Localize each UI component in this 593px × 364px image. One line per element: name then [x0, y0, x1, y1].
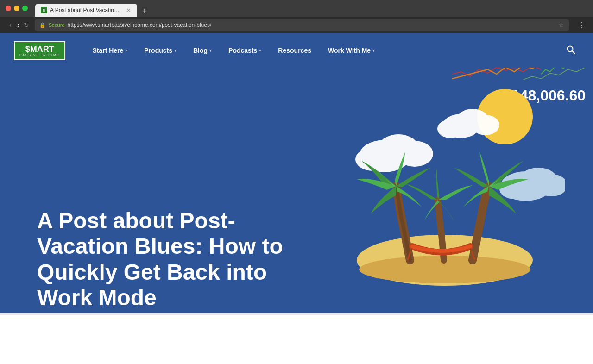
secure-label: Secure [49, 22, 65, 28]
hero-illustration [324, 75, 565, 288]
minimize-window-button[interactable] [14, 6, 19, 11]
active-tab[interactable]: S A Post about Post Vacation Bl... ✕ [35, 4, 137, 17]
traffic-lights [6, 6, 28, 11]
chevron-down-icon: ▾ [174, 48, 177, 53]
bookmark-icon[interactable]: ☆ [558, 21, 564, 29]
new-tab-button[interactable]: + [139, 6, 150, 17]
nav-item-podcasts[interactable]: Podcasts ▾ [220, 47, 270, 54]
close-window-button[interactable] [6, 6, 11, 11]
site-logo[interactable]: $MART PASSIVE INCOME [14, 41, 65, 60]
address-bar-row: ‹ › ↻ 🔒 Secure https://www.smartpassivei… [0, 17, 593, 33]
secure-icon: 🔒 [39, 22, 46, 28]
nav-item-work-with-me[interactable]: Work With Me ▾ [320, 47, 383, 54]
nav-item-products[interactable]: Products ▾ [136, 47, 185, 54]
back-button[interactable]: ‹ [7, 20, 13, 30]
svg-point-6 [355, 148, 391, 171]
hero-section: A Post about Post-Vacation Blues: How to… [37, 208, 324, 327]
browser-tabs: S A Post about Post Vacation Bl... ✕ + [35, 0, 150, 17]
chevron-down-icon: ▾ [125, 48, 127, 53]
browser-menu-icon[interactable]: ⋮ [578, 21, 586, 30]
url-text: https://www.smartpassiveincome.com/post-… [68, 22, 212, 28]
logo-text: $MART [19, 45, 60, 53]
footer-divider [0, 313, 593, 364]
search-icon[interactable] [562, 45, 579, 56]
nav-item-blog[interactable]: Blog ▾ [185, 47, 220, 54]
browser-nav-buttons: ‹ › ↻ [7, 20, 29, 30]
svg-line-1 [572, 51, 575, 54]
page-title: A Post about Post-Vacation Blues: How to… [37, 208, 324, 310]
refresh-button[interactable]: ↻ [24, 21, 29, 29]
chevron-down-icon: ▾ [372, 48, 375, 53]
nav-menu: Start Here ▾ Products ▾ Blog ▾ Podcasts … [84, 47, 562, 54]
tab-title: A Post about Post Vacation Bl... [50, 7, 122, 13]
url-bar[interactable]: 🔒 Secure https://www.smartpassiveincome.… [35, 19, 569, 31]
nav-item-resources[interactable]: Resources [270, 47, 320, 54]
tab-close-button[interactable]: ✕ [125, 7, 132, 13]
browser-chrome: S A Post about Post Vacation Bl... ✕ + [0, 0, 593, 17]
site-navigation: $MART PASSIVE INCOME Start Here ▾ Produc… [0, 33, 593, 68]
maximize-window-button[interactable] [22, 6, 28, 11]
island-svg [324, 75, 565, 288]
website-content: $MART PASSIVE INCOME Start Here ▾ Produc… [0, 33, 593, 364]
svg-point-9 [472, 115, 499, 135]
nav-item-start-here[interactable]: Start Here ▾ [84, 47, 136, 54]
tab-favicon: S [41, 7, 47, 13]
chevron-down-icon: ▾ [259, 48, 261, 53]
chevron-down-icon: ▾ [209, 48, 212, 53]
forward-button[interactable]: › [15, 20, 21, 30]
svg-point-10 [437, 119, 463, 138]
footer-content [0, 315, 593, 364]
logo-subtext: PASSIVE INCOME [19, 53, 60, 56]
